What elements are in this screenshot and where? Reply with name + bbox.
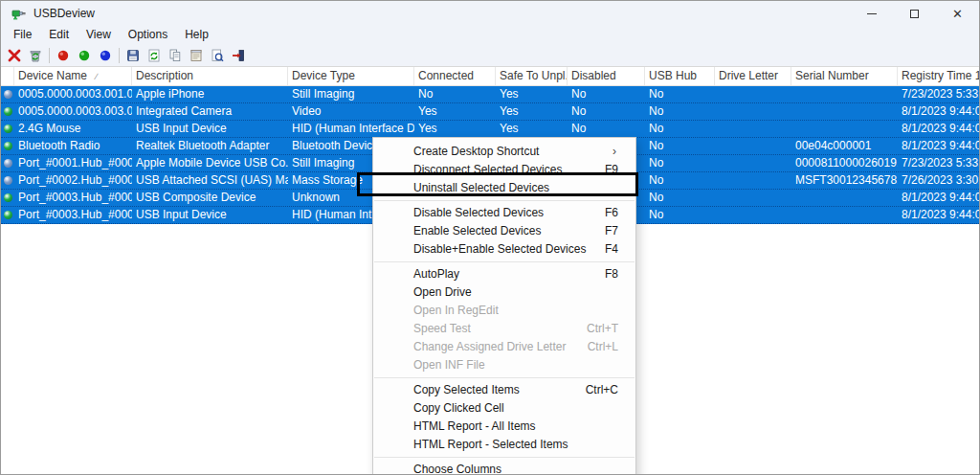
cell-serial-number[interactable]: 00e04c000001	[791, 138, 898, 154]
cell-connected[interactable]: No	[414, 86, 496, 102]
context-menu-item-copy-selected-items[interactable]: Copy Selected ItemsCtrl+C	[373, 381, 635, 399]
column-header-safe-to-unplug[interactable]: Safe To Unpl...	[496, 67, 568, 85]
column-header-registry-time[interactable]: Registry Time 1	[898, 67, 980, 85]
column-header-usb-hub[interactable]: USB Hub	[645, 67, 715, 85]
cell-device-type[interactable]: HID (Human Interface D...	[288, 121, 414, 137]
cell-device-name[interactable]: Bluetooth Radio	[14, 138, 132, 154]
cell-registry-time[interactable]: 8/1/2023 9:44:07	[898, 138, 980, 154]
cell-device-name[interactable]: Port_#0003.Hub_#0001	[14, 190, 132, 206]
cell-device-type[interactable]: Video	[288, 103, 414, 120]
cell-description[interactable]: Integrated Camera	[132, 103, 288, 120]
cell-serial-number[interactable]	[791, 190, 898, 206]
cell-disabled[interactable]: No	[568, 86, 645, 102]
cell-drive-letter[interactable]	[715, 155, 791, 171]
cell-description[interactable]: Realtek Bluetooth Adapter	[132, 138, 288, 154]
context-menu-item-html-report-all-items[interactable]: HTML Report - All Items	[373, 418, 635, 436]
context-menu-item-disconnect-selected-devices[interactable]: Disconnect Selected DevicesF9	[373, 161, 635, 179]
cell-usb-hub[interactable]: No	[645, 138, 715, 154]
cell-disabled[interactable]: No	[568, 103, 645, 120]
save-button[interactable]	[122, 46, 144, 65]
context-menu-item-open-drive[interactable]: Open Drive	[373, 283, 635, 302]
red-ball-button[interactable]	[53, 46, 74, 65]
disconnect-recycle-button[interactable]	[25, 46, 46, 65]
cell-registry-time[interactable]: 7/23/2023 5:33:23	[898, 86, 980, 102]
menubar-item-edit[interactable]: Edit	[40, 26, 78, 44]
column-header-connected[interactable]: Connected	[414, 67, 496, 85]
cell-usb-hub[interactable]: No	[645, 121, 715, 137]
properties-button[interactable]	[186, 46, 207, 65]
cell-description[interactable]: Apple Mobile Device USB Co...	[132, 155, 288, 171]
cell-drive-letter[interactable]	[715, 121, 791, 137]
table-row[interactable]: 0005.0000.0003.001.00...Apple iPhoneStil…	[1, 86, 979, 103]
column-header-status-icon[interactable]	[1, 67, 14, 85]
context-menu-item-copy-clicked-cell[interactable]: Copy Clicked Cell	[373, 399, 635, 418]
blue-ball-button[interactable]	[95, 46, 116, 65]
cell-registry-time[interactable]: 8/1/2023 9:44:07	[898, 103, 980, 120]
cell-registry-time[interactable]: 7/26/2023 3:30:53	[898, 172, 980, 189]
context-menu-item-disable-selected-devices[interactable]: Disable Selected DevicesF6	[373, 204, 635, 222]
cell-usb-hub[interactable]: No	[645, 190, 715, 206]
cell-connected[interactable]: Yes	[414, 121, 496, 137]
cell-drive-letter[interactable]	[715, 86, 791, 102]
context-menu-item-autoplay[interactable]: AutoPlayF8	[373, 265, 635, 283]
exit-button[interactable]	[228, 46, 249, 65]
menubar-item-file[interactable]: File	[5, 26, 40, 44]
menubar-item-view[interactable]: View	[78, 26, 120, 44]
cell-device-name[interactable]: 2.4G Mouse	[14, 121, 132, 137]
cell-registry-time[interactable]: 8/1/2023 9:44:06	[898, 121, 980, 137]
column-header-device-type[interactable]: Device Type	[288, 67, 414, 85]
green-ball-button[interactable]	[74, 46, 95, 65]
cell-device-type[interactable]: Still Imaging	[288, 86, 414, 102]
cell-device-name[interactable]: Port_#0002.Hub_#0002	[14, 172, 132, 189]
cell-device-name[interactable]: Port_#0001.Hub_#0001	[14, 155, 132, 171]
context-menu-item-disable-enable-selected-devices[interactable]: Disable+Enable Selected DevicesF4	[373, 240, 635, 259]
cell-usb-hub[interactable]: No	[645, 207, 715, 223]
cell-serial-number[interactable]: 0000811000026019...	[791, 155, 898, 171]
cell-drive-letter[interactable]	[715, 172, 791, 189]
cell-safe-to-unplug[interactable]: Yes	[496, 103, 568, 120]
cell-drive-letter[interactable]	[715, 207, 791, 223]
uninstall-x-button[interactable]	[4, 46, 25, 65]
cell-serial-number[interactable]: MSFT30012345678...	[791, 172, 898, 189]
column-header-disabled[interactable]: Disabled	[568, 67, 645, 85]
cell-description[interactable]: USB Composite Device	[132, 190, 288, 206]
usbdeview-app-icon[interactable]	[11, 6, 27, 21]
minimize-button[interactable]	[850, 1, 893, 26]
context-menu-item-enable-selected-devices[interactable]: Enable Selected DevicesF7	[373, 222, 635, 240]
cell-device-name[interactable]: 0005.0000.0003.003.00...	[14, 103, 132, 120]
cell-serial-number[interactable]	[791, 86, 898, 102]
cell-description[interactable]: USB Input Device	[132, 207, 288, 223]
column-header-description[interactable]: Description	[132, 67, 288, 85]
cell-usb-hub[interactable]: No	[645, 86, 715, 102]
cell-description[interactable]: USB Input Device	[132, 121, 288, 137]
maximize-button[interactable]	[893, 1, 936, 26]
cell-device-name[interactable]: 0005.0000.0003.001.00...	[14, 86, 132, 102]
copy-button[interactable]	[165, 46, 186, 65]
column-header-serial-number[interactable]: Serial Number	[791, 67, 898, 85]
cell-registry-time[interactable]: 8/1/2023 9:44:06	[898, 207, 980, 223]
cell-safe-to-unplug[interactable]: Yes	[496, 121, 568, 137]
context-menu-item-create-desktop-shortcut[interactable]: Create Desktop Shortcut›	[373, 143, 635, 161]
refresh-button[interactable]	[144, 46, 165, 65]
context-menu-item-uninstall-selected-devices[interactable]: Uninstall Selected Devices	[373, 179, 635, 197]
cell-usb-hub[interactable]: No	[645, 103, 715, 120]
menubar-item-options[interactable]: Options	[120, 26, 176, 44]
column-header-drive-letter[interactable]: Drive Letter	[715, 67, 791, 85]
cell-description[interactable]: USB Attached SCSI (UAS) Mass...	[132, 172, 288, 189]
context-menu-item-choose-columns[interactable]: Choose Columns	[373, 461, 635, 475]
context-menu-item-html-report-selected-items[interactable]: HTML Report - Selected Items	[373, 436, 635, 454]
cell-disabled[interactable]: No	[568, 121, 645, 137]
cell-safe-to-unplug[interactable]: Yes	[496, 86, 568, 102]
table-row[interactable]: 0005.0000.0003.003.00...Integrated Camer…	[1, 103, 979, 121]
find-button[interactable]	[207, 46, 228, 65]
cell-connected[interactable]: Yes	[414, 103, 496, 120]
cell-device-name[interactable]: Port_#0003.Hub_#0002	[14, 207, 132, 223]
column-header-device-name[interactable]: Device Name∕	[14, 67, 132, 85]
cell-serial-number[interactable]	[791, 121, 898, 137]
cell-usb-hub[interactable]: No	[645, 172, 715, 189]
cell-serial-number[interactable]	[791, 207, 898, 223]
cell-usb-hub[interactable]: No	[645, 155, 715, 171]
cell-drive-letter[interactable]	[715, 190, 791, 206]
menubar-item-help[interactable]: Help	[176, 26, 217, 44]
cell-serial-number[interactable]	[791, 103, 898, 120]
